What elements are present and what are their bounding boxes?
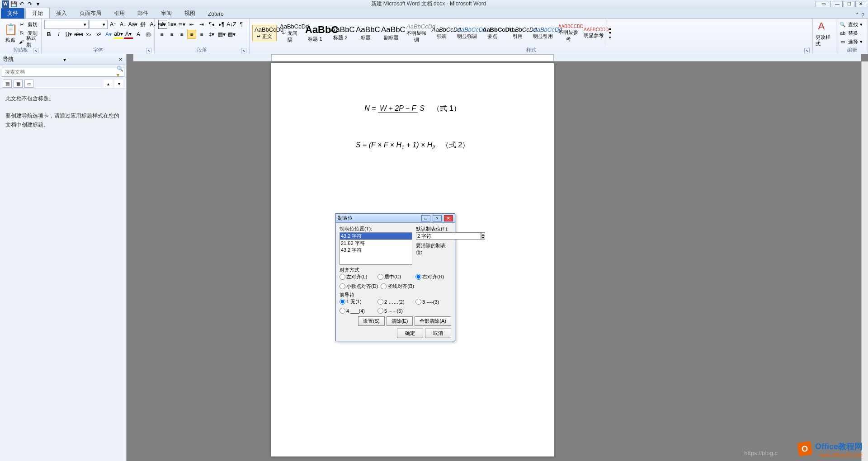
distribute-icon[interactable]: ≡ [197, 30, 206, 39]
radio-align-left[interactable]: 左对齐(L) [340, 273, 375, 280]
enclose-char-icon[interactable]: ㊕ [144, 30, 153, 39]
ribbon-display-icon[interactable]: ▭ [816, 1, 831, 7]
style-item[interactable]: AaBbCcDd强调 [429, 25, 454, 41]
decrease-indent-icon[interactable]: ⇤ [187, 20, 196, 29]
minimize-icon[interactable]: — [832, 1, 843, 7]
font-size-combo[interactable]: ▾ [90, 20, 108, 29]
nav-tab-down-icon[interactable]: ▾ [114, 80, 123, 88]
align-right-icon[interactable]: ≡ [177, 30, 186, 39]
spin-down-icon[interactable]: ▼ [481, 236, 485, 240]
nav-close-icon[interactable]: ✕ [117, 56, 123, 63]
nav-tab-pages-icon[interactable]: ▦ [14, 80, 23, 88]
set-button[interactable]: 设置(S) [358, 316, 385, 326]
list-item[interactable]: 21.62 字符 [340, 240, 412, 247]
paste-button[interactable]: 📋 粘贴 [3, 23, 19, 43]
radio-align-right[interactable]: 右对齐(R) [415, 273, 451, 280]
bullets-icon[interactable]: •≡▾ [157, 20, 166, 29]
shading-icon[interactable]: ▦▾ [217, 30, 226, 39]
style-item[interactable]: AaBbCcDd引用 [505, 25, 530, 41]
style-item[interactable]: AaBbC标题 1 [303, 23, 327, 44]
highlight-icon[interactable]: ab▾ [114, 30, 123, 39]
sort-icon[interactable]: A↓Z [227, 20, 236, 29]
rtl-icon[interactable]: ▸¶ [217, 20, 226, 29]
style-item[interactable]: AaBbCcDd明显强调 [455, 25, 479, 41]
numbering-icon[interactable]: 1≡▾ [167, 20, 176, 29]
search-icon[interactable]: 🔍▾ [117, 68, 124, 75]
spin-up-icon[interactable]: ▲ [481, 232, 485, 236]
qat-dropdown-icon[interactable]: ▾ [34, 0, 42, 8]
save-icon[interactable]: 💾 [10, 0, 17, 8]
radio-leader-2[interactable]: 2 ……(2) [377, 298, 413, 305]
char-shading-icon[interactable]: A [134, 30, 143, 39]
cut-button[interactable]: ✂剪切 [19, 20, 38, 28]
ok-button[interactable]: 确定 [397, 329, 423, 338]
style-item[interactable]: AaBbCcDd↵ 无间隔 [278, 22, 302, 45]
style-item[interactable]: AaBbCcDd明显引用 [531, 25, 555, 41]
superscript-icon[interactable]: x² [94, 30, 103, 39]
text-effects-icon[interactable]: A▾ [104, 30, 113, 39]
styles-more-icon[interactable]: ▲▼▾ [607, 20, 613, 46]
nav-tab-headings-icon[interactable]: ▤ [3, 80, 12, 88]
nav-search[interactable]: 🔍▾ [2, 67, 124, 77]
clear-all-button[interactable]: 全部清除(A) [415, 316, 451, 326]
dialog-default-input[interactable] [416, 232, 481, 240]
radio-align-decimal[interactable]: 小数点对齐(D) [340, 283, 378, 290]
style-item[interactable]: AaBbCcDd不明显强调 [404, 22, 429, 45]
ltr-icon[interactable]: ¶◂ [207, 20, 216, 29]
tab-review[interactable]: 审阅 [155, 8, 178, 19]
tab-references[interactable]: 引用 [108, 8, 131, 19]
paragraph-launcher-icon[interactable]: ⬊ [241, 48, 246, 53]
nav-dropdown-icon[interactable]: ▾ [63, 56, 66, 63]
replace-button[interactable]: ab替换 [839, 29, 863, 37]
style-item[interactable]: AaBbC副标题 [379, 24, 403, 42]
tab-view[interactable]: 视图 [178, 8, 202, 19]
underline-icon[interactable]: U▾ [64, 30, 73, 39]
font-launcher-icon[interactable]: ⬊ [146, 48, 151, 53]
multilevel-icon[interactable]: ≣▾ [177, 20, 186, 29]
dialog-header[interactable]: 制表位 ▭ ? ✕ [336, 214, 455, 223]
tab-home[interactable]: 开始 [25, 8, 50, 19]
align-center-icon[interactable]: ≡ [167, 30, 176, 39]
radio-leader-3[interactable]: 3 ----(3) [415, 298, 451, 305]
radio-leader-5[interactable]: 5 ······(5) [377, 308, 413, 314]
minimize-ribbon-icon[interactable]: ˄ [856, 12, 859, 19]
clear-button[interactable]: 清除(E) [387, 316, 413, 326]
tab-insert[interactable]: 插入 [50, 8, 73, 19]
radio-leader-4[interactable]: 4 ___(4) [340, 308, 375, 314]
tab-file[interactable]: 文件 [1, 8, 24, 19]
radio-leader-1[interactable]: 1 无(1) [340, 298, 375, 305]
nav-tab-results-icon[interactable]: ▭ [24, 80, 33, 88]
select-button[interactable]: ▭选择▾ [839, 38, 863, 46]
dialog-help-icon[interactable]: ? [433, 215, 442, 221]
dialog-pos-list[interactable]: 21.62 字符 43.2 字符 [340, 240, 412, 265]
show-marks-icon[interactable]: ¶ [237, 20, 246, 29]
strikethrough-icon[interactable]: abc [74, 30, 83, 39]
nav-tab-up-icon[interactable]: ▴ [104, 80, 113, 88]
radio-align-center[interactable]: 居中(C) [377, 273, 413, 280]
cancel-button[interactable]: 取消 [425, 329, 451, 338]
undo-icon[interactable]: ↶ [18, 0, 25, 8]
grow-font-icon[interactable]: A↑ [108, 20, 118, 29]
style-item[interactable]: AaBbC标题 [354, 24, 378, 42]
style-item[interactable]: AaBbC标题 2 [328, 24, 353, 42]
styles-launcher-icon[interactable]: ⬊ [804, 48, 810, 53]
help-icon[interactable]: ? [861, 12, 864, 19]
nav-search-input[interactable] [2, 69, 117, 75]
list-item[interactable]: 43.2 字符 [340, 247, 412, 254]
font-color-icon[interactable]: A▾ [124, 30, 133, 39]
format-painter-button[interactable]: 🖌格式刷 [19, 38, 38, 46]
font-name-combo[interactable]: ▾ [44, 20, 89, 29]
find-button[interactable]: 🔍查找▾ [839, 20, 863, 28]
tab-layout[interactable]: 页面布局 [73, 8, 108, 19]
align-left-icon[interactable]: ≡ [157, 30, 166, 39]
redo-icon[interactable]: ↷ [26, 0, 33, 8]
italic-icon[interactable]: I [54, 30, 63, 39]
change-case-icon[interactable]: Aa▾ [128, 20, 137, 29]
change-styles-button[interactable]: A更改样式 [816, 20, 833, 47]
maximize-icon[interactable]: ☐ [844, 1, 854, 7]
borders-icon[interactable]: ▦▾ [227, 30, 236, 39]
close-icon[interactable]: ✕ [855, 1, 866, 7]
align-justify-icon[interactable]: ≡ [187, 30, 196, 39]
tab-mailings[interactable]: 邮件 [131, 8, 155, 19]
dialog-close-icon[interactable]: ✕ [444, 215, 453, 221]
